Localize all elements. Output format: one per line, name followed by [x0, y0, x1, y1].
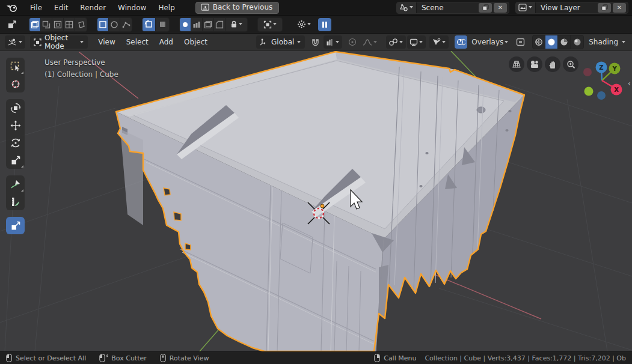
back-to-previous-button[interactable]: Back to Previous	[195, 2, 280, 14]
scene-name[interactable]: Scene	[417, 4, 479, 12]
chevron-down-icon	[80, 40, 84, 44]
mode-cut-icon[interactable]	[143, 18, 156, 31]
shading-solid-icon[interactable]	[545, 35, 558, 49]
cut-cube-icon[interactable]	[75, 18, 87, 31]
grid-ortho-icon[interactable]	[509, 56, 524, 72]
shading-popover[interactable]: Shading	[586, 35, 628, 49]
shape-circle-icon[interactable]	[109, 18, 120, 31]
orientation-axes-icon	[260, 38, 268, 46]
sidebar-collapse-arrow[interactable]: ‹	[628, 79, 631, 88]
editor-3d-viewport-icon[interactable]	[5, 35, 25, 49]
mode-make-icon[interactable]	[156, 18, 169, 31]
cut-inset-icon[interactable]	[52, 18, 64, 31]
menu-file[interactable]: File	[24, 2, 48, 14]
menu-add[interactable]: Add	[154, 35, 179, 49]
menu-select[interactable]: Select	[121, 35, 154, 49]
transform-orientation-selector[interactable]: Global	[256, 35, 305, 49]
frame-icon[interactable]	[258, 18, 282, 31]
bevel-icon[interactable]	[214, 18, 225, 31]
menu-help[interactable]: Help	[152, 2, 180, 14]
active-object-label: (1) Collection | Cube	[44, 68, 118, 80]
view-name-label: User Perspective	[44, 56, 118, 68]
proportional-edit-icon[interactable]	[346, 35, 359, 49]
pause-icon[interactable]	[318, 18, 331, 31]
shape-ngon-icon[interactable]	[120, 18, 132, 31]
shading-wireframe-icon[interactable]	[533, 35, 545, 49]
pivot-point-selector[interactable]	[386, 35, 406, 49]
view-layer-icon	[518, 4, 527, 12]
mouse-right-icon	[374, 354, 380, 362]
subtool-indicator	[21, 189, 23, 192]
lock-icon[interactable]	[225, 18, 247, 31]
origin-dot-icon[interactable]	[180, 18, 191, 31]
viewport-info-overlay: User Perspective (1) Collection | Cube	[44, 56, 118, 80]
snap-increment-icon[interactable]	[324, 35, 342, 49]
object-types-filter-button[interactable]	[407, 35, 426, 49]
view-layer-name[interactable]: View Layer	[536, 4, 598, 12]
gear-icon[interactable]	[292, 18, 316, 31]
boxcutter-active-tool[interactable]	[6, 217, 25, 234]
scene-stats: Collection | Cube | Verts:3,437 | Faces:…	[425, 354, 626, 362]
chevron-down-icon	[410, 5, 414, 10]
hint-call-menu: Call Menu	[374, 354, 416, 362]
new-view-layer-button[interactable]	[598, 3, 611, 13]
measure-tool[interactable]	[6, 193, 25, 210]
solidify-icon[interactable]	[203, 18, 214, 31]
orientation-gizmo[interactable]: Z Y X	[565, 51, 632, 106]
rotate-tool[interactable]	[6, 134, 25, 151]
chevron-down-icon	[399, 40, 403, 44]
chevron-down-icon	[19, 40, 23, 44]
menu-edit[interactable]: Edit	[48, 2, 74, 14]
shading-rendered-icon[interactable]	[571, 35, 583, 49]
transform-tool[interactable]	[6, 99, 25, 117]
select-box-tool[interactable]	[6, 58, 25, 75]
menu-object[interactable]: Object	[179, 35, 213, 49]
cursor-tool[interactable]	[6, 75, 25, 93]
shading-material-icon[interactable]	[558, 35, 571, 49]
viewport-3d[interactable]: User Perspective (1) Collection | Cube	[0, 51, 632, 351]
move-tool[interactable]	[6, 117, 25, 134]
pan-hand-icon[interactable]	[545, 56, 560, 72]
cube-model[interactable]	[116, 52, 524, 351]
show-gizmo-button[interactable]	[429, 35, 449, 49]
menu-render[interactable]: Render	[74, 2, 112, 14]
array-icon[interactable]	[191, 18, 203, 31]
new-copy-icon	[601, 4, 608, 11]
cut-box-icon[interactable]	[29, 18, 41, 31]
xray-icon[interactable]	[514, 35, 527, 49]
cut-grid-icon[interactable]	[64, 18, 75, 31]
unlink-scene-button[interactable]: ✕	[494, 3, 507, 13]
hint-label: Box Cutter	[111, 354, 147, 362]
camera-view-icon[interactable]	[527, 56, 542, 72]
cut-shape-group	[29, 17, 87, 32]
view-layer-browse-button[interactable]	[516, 2, 536, 13]
remove-view-layer-button[interactable]: ✕	[613, 3, 626, 13]
scale-tool[interactable]	[6, 151, 25, 169]
overlays-toggle[interactable]: Overlays	[452, 35, 511, 49]
shading-label: Shading	[589, 38, 618, 46]
view-layer-selector: View Layer ✕	[515, 2, 628, 14]
frame-options-group	[257, 17, 283, 32]
chevron-down-icon	[529, 5, 533, 10]
axis-neg-z-ball[interactable]	[597, 91, 606, 100]
chevron-down-icon	[622, 40, 626, 44]
menu-window[interactable]: Window	[112, 2, 152, 14]
cut-offset-icon[interactable]	[41, 18, 52, 31]
annotate-tool[interactable]	[6, 175, 25, 193]
new-scene-button[interactable]	[479, 3, 492, 13]
axis-neg-x-ball[interactable]	[583, 68, 592, 76]
tool-settings-header	[0, 16, 632, 34]
chevron-down-icon	[505, 40, 509, 44]
shape-box-icon[interactable]	[97, 18, 109, 31]
topbar: File Edit Render Window Help Back to Pre…	[0, 0, 632, 16]
menu-view[interactable]: View	[93, 35, 120, 49]
axis-neg-y-ball[interactable]	[584, 87, 594, 96]
falloff-curve-icon[interactable]	[360, 35, 380, 49]
subtool-indicator	[21, 165, 23, 168]
mouse-middle-icon	[160, 354, 166, 362]
blender-logo[interactable]	[6, 2, 19, 13]
scene-browse-button[interactable]	[397, 2, 417, 13]
snap-magnet-icon[interactable]	[308, 35, 322, 49]
maximize-area-icon[interactable]	[5, 18, 19, 31]
mode-selector[interactable]: Object Mode	[30, 35, 88, 49]
